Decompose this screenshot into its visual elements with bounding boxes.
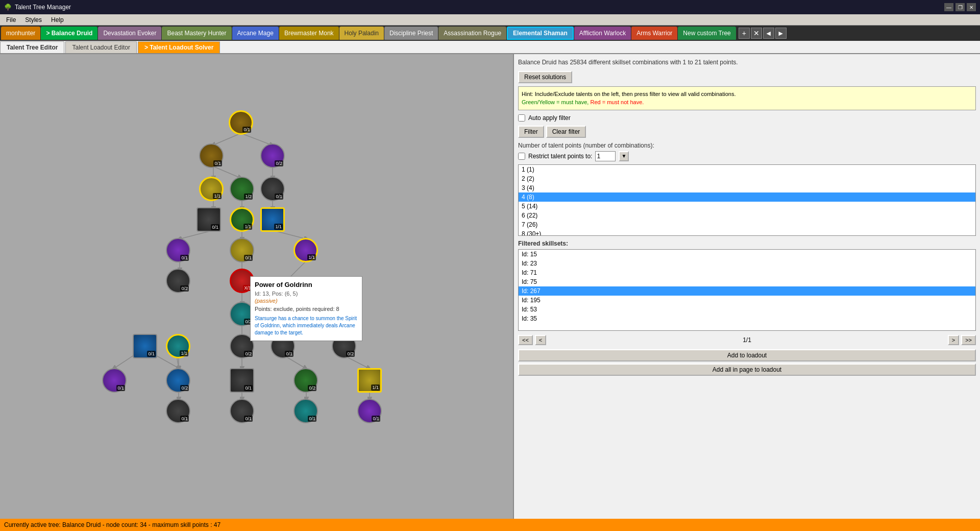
talent-list-item-4[interactable]: 4 (8) [519,192,975,202]
node-9b[interactable]: 0/2 [166,368,190,393]
tab-assassination-rogue[interactable]: Assassination Rogue [438,27,506,40]
talent-list-item-5[interactable]: 5 (14) [519,202,975,211]
node-6a[interactable]: 0/2 [166,269,190,293]
node-4b[interactable]: 1/1 [230,207,254,232]
node-5a-badge: 0/1 [180,255,189,261]
hint-box: Hint: Include/Exclude talents on the lef… [518,86,976,110]
nav-left-button[interactable]: ◄ [763,28,774,39]
nav-prev-button[interactable]: < [535,335,546,345]
tab-discipline-priest[interactable]: Discipline Priest [384,27,438,40]
tab-monhunter[interactable]: monhunter [1,27,40,40]
node-10b[interactable]: 0/1 [230,399,254,423]
restrict-input[interactable] [595,151,616,161]
restrict-checkbox[interactable] [518,153,525,160]
talent-list-item-1[interactable]: 1 (1) [519,165,975,174]
close-button[interactable]: ✕ [967,3,976,11]
talent-list-item-2[interactable]: 2 (2) [519,174,975,183]
filtered-skillsets-label: Filtered skillsets: [518,240,976,247]
menu-file[interactable]: File [2,15,20,25]
add-to-loadout-button[interactable]: Add to loadout [518,349,976,361]
node-10d[interactable]: 0/1 [357,399,382,423]
clear-filter-button[interactable]: Clear filter [546,126,586,138]
subtab-loadout-solver[interactable]: > Talent Loadout Solver [138,41,220,53]
node-3a[interactable]: 1/1 [199,177,224,201]
talent-list-item-7[interactable]: 7 (26) [519,220,975,229]
subtab-loadout-editor[interactable]: Talent Loadout Editor [65,41,136,53]
menu-styles[interactable]: Styles [21,15,46,25]
tab-arcane-mage[interactable]: Arcane Mage [232,27,279,40]
node-10a[interactable]: 0/1 [166,399,190,423]
skillset-id-23[interactable]: Id: 23 [519,259,975,268]
tab-beast-mastery-hunter[interactable]: Beast Mastery Hunter [162,27,231,40]
tab-balance-druid[interactable]: > Balance Druid [41,27,97,40]
node-8d-badge: 0/1 [285,351,293,357]
nav-right-button[interactable]: ► [775,28,787,39]
skillset-id-53[interactable]: Id: 53 [519,305,975,314]
talent-points-list[interactable]: 1 (1) 2 (2) 3 (4) 4 (8) 5 (14) 6 (22) 7 … [518,164,976,236]
node-9e[interactable]: 1/1 [357,368,382,393]
node-9d[interactable]: 0/2 [293,368,318,393]
skillset-id-267[interactable]: Id: 267 [519,286,975,296]
node-root[interactable]: 0/1 [229,110,253,135]
node-3c[interactable]: 0/1 [260,177,285,201]
maximize-button[interactable]: ❐ [955,3,965,11]
node-8b-badge: 1/1 [180,350,188,356]
tab-holy-paladin[interactable]: Holy Paladin [339,27,384,40]
node-8b[interactable]: 1/1 [166,334,190,358]
node-9a[interactable]: 0/1 [102,368,127,393]
node-2a[interactable]: 0/1 [199,143,224,168]
nav-last-button[interactable]: >> [961,335,976,345]
hint-red-text: Red = must not have. [590,99,644,105]
skillset-info: Balance Druid has 25834 different skills… [518,58,976,67]
menubar: File Styles Help [0,14,980,26]
skillset-id-15[interactable]: Id: 15 [519,250,975,259]
node-5b-badge: 0/1 [244,255,253,261]
talent-list-item-8[interactable]: 8 (30+) [519,229,975,236]
skillset-id-75[interactable]: Id: 75 [519,277,975,286]
nav-next-button[interactable]: > [948,335,959,345]
node-8e-badge: 0/2 [346,351,355,357]
svg-line-1 [241,133,272,145]
node-4a-badge: 0/1 [211,224,219,230]
skillsets-list[interactable]: Id: 15 Id: 23 Id: 71 Id: 75 Id: 267 Id: … [518,249,976,331]
tab-brewmaster-monk[interactable]: Brewmaster Monk [279,27,339,40]
subtab-tree-editor[interactable]: Talent Tree Editor [0,41,64,53]
tooltip-passive: (passive) [255,298,358,304]
talent-list-item-6[interactable]: 6 (22) [519,211,975,220]
talent-list-item-3[interactable]: 3 (4) [519,183,975,192]
node-8a[interactable]: 0/1 [133,334,157,358]
nav-first-button[interactable]: << [518,335,533,345]
node-9b-badge: 0/2 [180,385,189,391]
node-9c[interactable]: 0/1 [230,368,254,393]
node-3b-badge: 1/2 [244,194,253,200]
node-5c[interactable]: 1/1 [293,238,318,262]
reset-solutions-button[interactable]: Reset solutions [518,71,572,83]
node-5b[interactable]: 0/1 [230,238,254,262]
tab-elemental-shaman[interactable]: Elemental Shaman [507,27,574,40]
tab-new-custom-tree[interactable]: New custom Tree [678,27,736,40]
tab-devastation-evoker[interactable]: Devastation Evoker [98,27,161,40]
skillset-id-71[interactable]: Id: 71 [519,268,975,277]
skillset-id-195[interactable]: Id: 195 [519,296,975,305]
node-2b[interactable]: 0/2 [260,143,285,168]
node-5a[interactable]: 0/1 [166,238,190,262]
node-10c[interactable]: 0/1 [293,399,318,423]
tab-affliction-warlock[interactable]: Affliction Warlock [574,27,631,40]
tab-arms-warrior[interactable]: Arms Warrior [631,27,677,40]
add-tab-button[interactable]: + [739,28,750,39]
skillset-id-35[interactable]: Id: 35 [519,314,975,323]
tooltip: Power of Goldrinn Id: 13, Pos: (6, 5) (p… [250,276,362,341]
node-3b[interactable]: 1/2 [230,177,254,201]
menu-help[interactable]: Help [47,15,68,25]
close-tab-button[interactable]: ✕ [751,28,762,39]
add-all-to-loadout-button[interactable]: Add all in page to loadout [518,364,976,376]
node-9e-badge: 1/1 [371,384,380,391]
tree-area[interactable]: 0/1 0/1 0/2 1/1 1/2 0/1 0/1 [0,54,513,519]
minimize-button[interactable]: — [944,3,953,11]
auto-apply-checkbox[interactable] [518,114,525,122]
restrict-dropdown-arrow[interactable]: ▼ [619,151,629,161]
window-controls[interactable]: — ❐ ✕ [944,3,976,11]
node-4c[interactable]: 1/1 [260,207,285,232]
filter-button[interactable]: Filter [518,126,544,138]
node-4a[interactable]: 0/1 [197,207,221,232]
